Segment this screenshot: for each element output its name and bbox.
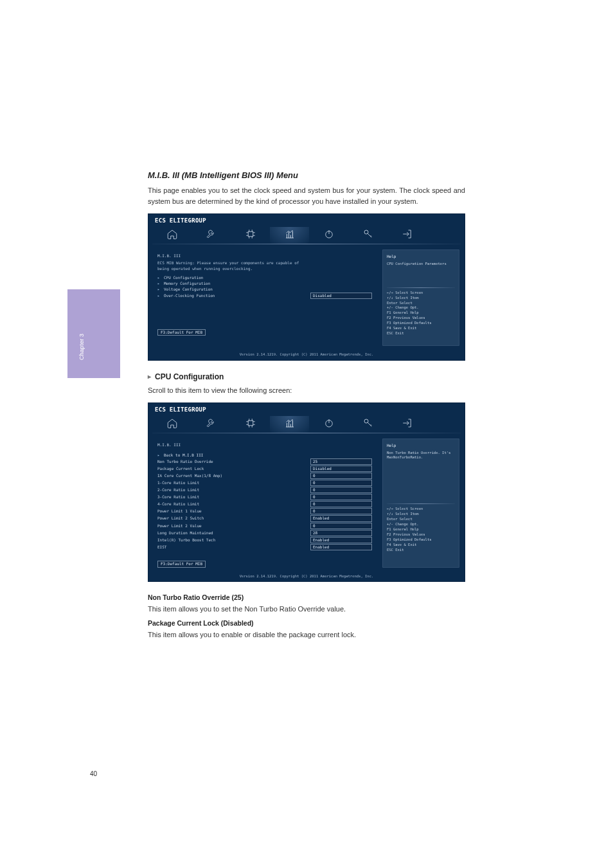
item-desc: This item allows you to set the Non Turb… bbox=[148, 605, 465, 613]
tab-main[interactable] bbox=[152, 416, 191, 433]
tab-security[interactable] bbox=[348, 227, 387, 244]
menu-row[interactable]: ▸Memory Configuration bbox=[157, 281, 375, 287]
menu-row[interactable]: Long Duration Maintained28 bbox=[157, 529, 375, 536]
help-title: Help bbox=[387, 254, 455, 259]
f3-default-button[interactable]: F3:Default For MIB bbox=[157, 561, 206, 567]
bios-brand-logo: ECS ELITEGROUP bbox=[152, 406, 461, 413]
power-icon bbox=[323, 228, 335, 240]
tab-exit[interactable] bbox=[387, 227, 427, 244]
tab-chipset[interactable] bbox=[231, 227, 270, 244]
bios-page-title: M.I.B. III bbox=[157, 442, 375, 448]
bios-warning: being operated when running overclocking… bbox=[157, 266, 375, 271]
bios-brand-logo: ECS ELITEGROUP bbox=[152, 217, 461, 224]
chip-icon bbox=[245, 228, 256, 240]
bios-left-pane: M.I.B. III ▸Back to M.I.B III Non Turbo … bbox=[154, 439, 376, 568]
menu-row[interactable]: Intel(R) Turbo Boost TechEnabled bbox=[157, 536, 375, 543]
wrench-icon bbox=[206, 228, 217, 240]
menu-row[interactable]: Power Limit 2 SwitchEnabled bbox=[157, 515, 375, 522]
tab-mib[interactable] bbox=[270, 416, 309, 433]
exit-icon bbox=[402, 417, 413, 429]
tab-boot[interactable] bbox=[309, 416, 348, 433]
tab-chipset[interactable] bbox=[231, 416, 270, 433]
bios-warning: ECS MIB Warning: Please ensure your comp… bbox=[157, 260, 375, 266]
key-icon bbox=[362, 228, 374, 240]
chip-icon bbox=[245, 417, 256, 429]
tab-mib[interactable] bbox=[270, 227, 309, 244]
cpu-config-heading: ▸ CPU Configuration bbox=[148, 372, 465, 381]
item-heading: Package Current Lock (Disabled) bbox=[148, 619, 465, 627]
chart-icon bbox=[284, 228, 296, 240]
menu-row[interactable]: Non Turbo Ratio Override25 bbox=[157, 458, 375, 465]
tab-main[interactable] bbox=[152, 227, 191, 244]
menu-row[interactable]: 2-Core Ratio Limit0 bbox=[157, 487, 375, 494]
bios-help-pane: Help Non Turbo Ratio Override. It's MaxN… bbox=[382, 439, 459, 568]
bios-left-pane: M.I.B. III ECS MIB Warning: Please ensur… bbox=[154, 249, 376, 346]
menu-row[interactable]: ▸Over-Clocking FunctionDisabled bbox=[157, 293, 375, 300]
svg-rect-0 bbox=[248, 231, 253, 237]
bios-version: Version 2.14.1219. Copyright (C) 2011 Am… bbox=[148, 574, 465, 581]
help-keys: ←/→ Select Screen ↑/↓ Select Item Enter … bbox=[387, 507, 455, 553]
menu-row[interactable]: 1-Core Ratio Limit0 bbox=[157, 480, 375, 487]
svg-point-5 bbox=[364, 419, 368, 423]
tab-advanced[interactable] bbox=[191, 227, 231, 244]
tab-boot[interactable] bbox=[309, 227, 348, 244]
chevron-right-icon: ▸ bbox=[157, 281, 164, 286]
item-heading: Non Turbo Ratio Override (25) bbox=[148, 593, 465, 601]
section-title: M.I.B. III (MB Intelligent BIOS III) Men… bbox=[148, 170, 465, 180]
item-desc: This item allows you to enable or disabl… bbox=[148, 631, 465, 638]
chevron-right-icon: ▸ bbox=[148, 373, 151, 380]
tab-exit[interactable] bbox=[387, 416, 427, 433]
chevron-right-icon: ▸ bbox=[157, 287, 164, 292]
power-icon bbox=[323, 417, 335, 429]
menu-row[interactable]: Power Limit 1 Value0 bbox=[157, 508, 375, 515]
exit-icon bbox=[402, 228, 413, 240]
menu-row[interactable]: ▸Voltage Configuration bbox=[157, 287, 375, 293]
menu-row[interactable]: 4-Core Ratio Limit0 bbox=[157, 501, 375, 508]
svg-rect-3 bbox=[248, 420, 253, 426]
section-intro: This page enables you to set the clock s… bbox=[148, 185, 465, 207]
home-icon bbox=[166, 228, 178, 240]
chapter-sidebar bbox=[67, 289, 120, 378]
chart-icon bbox=[284, 417, 296, 429]
help-keys: ←/→ Select Screen ↑/↓ Select Item Enter … bbox=[387, 291, 455, 337]
bios-page-title: M.I.B. III bbox=[157, 253, 375, 258]
menu-row[interactable]: ▸CPU Configuration bbox=[157, 275, 375, 281]
bios-screenshot-cpu-config: ECS ELITEGROUP M.I.B. III ▸Back to M.I.B… bbox=[148, 402, 465, 582]
bios-help-pane: Help CPU Configuration Parameters ←/→ Se… bbox=[382, 249, 459, 346]
help-text: Non Turbo Ratio Override. It's MaxNonTur… bbox=[387, 451, 455, 460]
cpu-config-intro: Scroll to this item to view the followin… bbox=[148, 385, 465, 396]
key-icon bbox=[362, 417, 374, 429]
help-title: Help bbox=[387, 443, 455, 448]
svg-point-2 bbox=[364, 230, 368, 234]
menu-row[interactable]: IA Core Current Max(1/8 Amp)0 bbox=[157, 472, 375, 479]
bios-screenshot-mib: ECS ELITEGROUP M.I.B. III ECS MIB Warnin… bbox=[148, 213, 465, 361]
home-icon bbox=[166, 417, 178, 429]
menu-row[interactable]: Power Limit 2 Value0 bbox=[157, 522, 375, 529]
chevron-right-icon: ▸ bbox=[157, 275, 164, 280]
bios-nav-tabs bbox=[152, 224, 461, 244]
page-number: 40 bbox=[90, 770, 97, 777]
menu-row[interactable]: 3-Core Ratio Limit0 bbox=[157, 494, 375, 501]
tab-advanced[interactable] bbox=[191, 416, 231, 433]
bios-nav-tabs bbox=[152, 413, 461, 433]
wrench-icon bbox=[206, 417, 217, 429]
help-text: CPU Configuration Parameters bbox=[387, 262, 455, 266]
menu-row[interactable]: EISTEnabled bbox=[157, 543, 375, 550]
chapter-label: Chapter 3 bbox=[78, 334, 85, 360]
back-row[interactable]: ▸Back to M.I.B III bbox=[157, 452, 375, 458]
chevron-right-icon: ▸ bbox=[157, 453, 164, 458]
bios-version: Version 2.14.1219. Copyright (C) 2011 Am… bbox=[148, 352, 465, 359]
tab-security[interactable] bbox=[348, 416, 387, 433]
chevron-right-icon: ▸ bbox=[157, 293, 164, 298]
menu-row[interactable]: Package Current LockDisabled bbox=[157, 465, 375, 472]
f3-default-button[interactable]: F3:Default For MIB bbox=[157, 329, 206, 336]
